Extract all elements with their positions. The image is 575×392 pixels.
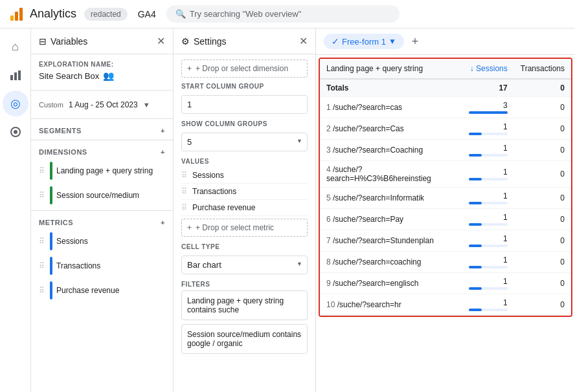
ga-logo-icon — [8, 5, 26, 23]
svg-rect-2 — [19, 8, 23, 21]
search-icon: 🔍 — [175, 9, 186, 19]
ga4-label: GA4 — [138, 9, 156, 19]
search-placeholder: Try searching "Web overview" — [190, 9, 302, 19]
svg-rect-1 — [15, 12, 18, 21]
topbar: Analytics redacted GA4 🔍 Try searching "… — [0, 0, 575, 28]
svg-rect-0 — [10, 16, 14, 21]
account-label[interactable]: redacted — [84, 8, 128, 21]
app-title: Analytics — [30, 7, 76, 21]
logo: Analytics — [8, 5, 76, 23]
search-bar[interactable]: 🔍 Try searching "Web overview" — [166, 5, 400, 23]
